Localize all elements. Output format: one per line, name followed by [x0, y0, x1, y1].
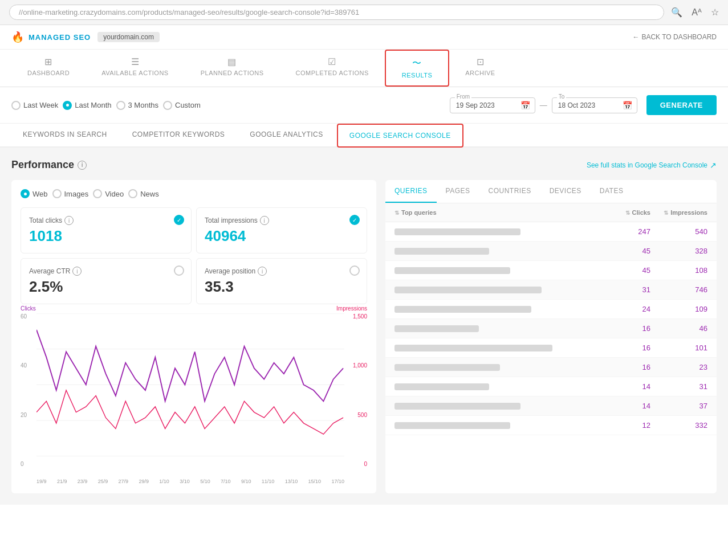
- stat-average-position-value: 35.3: [205, 278, 359, 296]
- back-link-label: BACK TO DASHBOARD: [641, 33, 717, 41]
- right-tab-countries[interactable]: COUNTRIES: [479, 180, 540, 203]
- radio-last-week-label: Last Week: [23, 101, 58, 109]
- tab-results[interactable]: 〜 RESULTS: [385, 50, 449, 87]
- chart-y-labels-right: 1,500 1,000 500 0: [347, 313, 367, 467]
- tab-results-label: RESULTS: [402, 72, 432, 79]
- domain-badge: yourdomain.com: [97, 32, 160, 42]
- chart-svg: [36, 313, 344, 456]
- radio-custom-label: Custom: [175, 101, 201, 109]
- view-web-radio[interactable]: [21, 189, 30, 198]
- radio-last-month-btn[interactable]: [63, 101, 72, 110]
- radio-3-months-btn[interactable]: [116, 101, 125, 110]
- from-label: From: [455, 93, 471, 100]
- total-impressions-toggle[interactable]: [349, 215, 360, 225]
- table-row: 12 332: [385, 416, 717, 435]
- query-cell: [394, 248, 605, 255]
- clicks-cell: 45: [605, 247, 650, 255]
- zoom-icon[interactable]: 🔍: [671, 7, 682, 18]
- radio-last-month[interactable]: Last Month: [63, 101, 111, 110]
- right-tab-queries[interactable]: QUERIES: [385, 180, 437, 203]
- sub-tab-google-analytics[interactable]: GOOGLE ANALYTICS: [238, 124, 334, 148]
- performance-info-icon[interactable]: i: [78, 161, 87, 170]
- clicks-cell: 16: [605, 324, 650, 333]
- generate-button[interactable]: GENERATE: [646, 95, 717, 115]
- sub-tab-competitor-keywords[interactable]: COMPETITOR KEYWORDS: [121, 124, 237, 148]
- chart-clicks-label: Clicks: [21, 305, 36, 312]
- sub-tab-google-search-console[interactable]: GOOGLE SEARCH CONSOLE: [337, 124, 463, 148]
- chart-x-labels: 19/9 21/9 23/9 25/9 27/9 29/9 1/10 3/10 …: [36, 479, 344, 484]
- browser-bar: //online-marketing.crazydomains.com/prod…: [0, 0, 728, 25]
- query-blur: [394, 287, 542, 293]
- header-query: ⇅ Top queries: [394, 209, 605, 216]
- from-date-field[interactable]: From 19 Sep 2023 📅: [450, 97, 535, 113]
- average-ctr-info-icon[interactable]: i: [72, 267, 82, 276]
- header-impressions: ⇅ Impressions: [650, 209, 707, 216]
- radio-last-week-btn[interactable]: [11, 101, 21, 110]
- stat-average-ctr-label: Average CTR i: [29, 267, 183, 276]
- sort-icon-clicks: ⇅: [625, 210, 630, 216]
- bookmark-icon[interactable]: ☆: [711, 7, 719, 18]
- tab-planned-actions[interactable]: ▤ PLANNED ACTIONS: [185, 50, 280, 87]
- app-header: 🔥 MANAGED SEO yourdomain.com ← BACK TO D…: [0, 25, 728, 50]
- full-stats-link[interactable]: See full stats in Google Search Console …: [587, 161, 717, 170]
- table-row: 16 46: [385, 319, 717, 338]
- clicks-cell: 16: [605, 344, 650, 352]
- reader-icon[interactable]: Aᴬ: [692, 7, 702, 18]
- view-video[interactable]: Video: [93, 189, 124, 198]
- tab-completed-actions[interactable]: ☑ COMPLETED ACTIONS: [280, 50, 385, 87]
- to-date-field[interactable]: To 18 Oct 2023 📅: [552, 97, 637, 113]
- total-impressions-info-icon[interactable]: i: [260, 216, 269, 225]
- right-tabs: QUERIES PAGES COUNTRIES DEVICES DATES: [385, 180, 717, 203]
- tab-archive[interactable]: ⊡ ARCHIVE: [449, 50, 511, 87]
- right-tab-devices[interactable]: DEVICES: [540, 180, 591, 203]
- content-grid: Web Images Video News: [11, 180, 717, 493]
- planned-actions-icon: ▤: [227, 56, 237, 67]
- query-cell: [394, 267, 605, 274]
- query-blur: [394, 403, 520, 410]
- chart-impressions-label: Impressions: [336, 305, 367, 312]
- archive-icon: ⊡: [477, 56, 485, 67]
- radio-custom[interactable]: Custom: [163, 101, 201, 110]
- brand: 🔥 MANAGED SEO yourdomain.com: [11, 31, 160, 43]
- table-header: ⇅ Top queries ⇅ Clicks ⇅ Impressions: [385, 203, 717, 222]
- radio-last-week[interactable]: Last Week: [11, 101, 58, 110]
- from-calendar-icon: 📅: [520, 101, 530, 110]
- right-tab-pages[interactable]: PAGES: [437, 180, 479, 203]
- query-blur: [394, 228, 520, 235]
- chart-area: Clicks Impressions 60 40 20 0 1,500 1,00…: [21, 313, 367, 484]
- average-position-toggle[interactable]: [349, 265, 360, 276]
- radio-custom-btn[interactable]: [163, 101, 172, 110]
- total-clicks-info-icon[interactable]: i: [64, 216, 74, 225]
- clicks-cell: 24: [605, 305, 650, 313]
- view-news-radio[interactable]: [128, 189, 137, 198]
- right-panel: QUERIES PAGES COUNTRIES DEVICES DATES ⇅ …: [385, 180, 717, 493]
- query-blur: [394, 306, 531, 313]
- view-images[interactable]: Images: [52, 189, 89, 198]
- to-label: To: [557, 93, 567, 100]
- average-ctr-toggle[interactable]: [174, 265, 184, 276]
- completed-actions-icon: ☑: [328, 56, 336, 67]
- back-to-dashboard-link[interactable]: ← BACK TO DASHBOARD: [632, 33, 717, 41]
- table-scroll[interactable]: 247 540 45 328 45 108 31 746 24 109 16 4…: [385, 222, 717, 435]
- view-news[interactable]: News: [128, 189, 159, 198]
- sub-tab-keywords-in-search[interactable]: KEYWORDS IN SEARCH: [11, 124, 119, 148]
- right-tab-dates[interactable]: DATES: [591, 180, 633, 203]
- browser-icons: 🔍 Aᴬ ☆: [671, 7, 719, 18]
- radio-3-months-label: 3 Months: [128, 101, 158, 109]
- radio-3-months[interactable]: 3 Months: [116, 101, 158, 110]
- view-web[interactable]: Web: [21, 189, 48, 198]
- query-blur: [394, 364, 500, 371]
- view-toggle: Web Images Video News: [21, 189, 367, 198]
- performance-header: Performance i See full stats in Google S…: [11, 159, 717, 171]
- view-video-radio[interactable]: [93, 189, 102, 198]
- date-range-radio-group: Last Week Last Month 3 Months Custom: [11, 101, 201, 110]
- total-clicks-toggle[interactable]: [174, 215, 184, 225]
- view-images-radio[interactable]: [52, 189, 62, 198]
- query-cell: [394, 403, 605, 410]
- tab-dashboard[interactable]: ⊞ DASHBOARD: [11, 50, 86, 87]
- average-position-info-icon[interactable]: i: [258, 267, 267, 276]
- tab-available-actions[interactable]: ☰ AVAILABLE ACTIONS: [86, 50, 185, 87]
- filter-bar: Last Week Last Month 3 Months Custom Fro…: [0, 87, 728, 124]
- query-cell: [394, 325, 605, 332]
- table-row: 31 746: [385, 280, 717, 300]
